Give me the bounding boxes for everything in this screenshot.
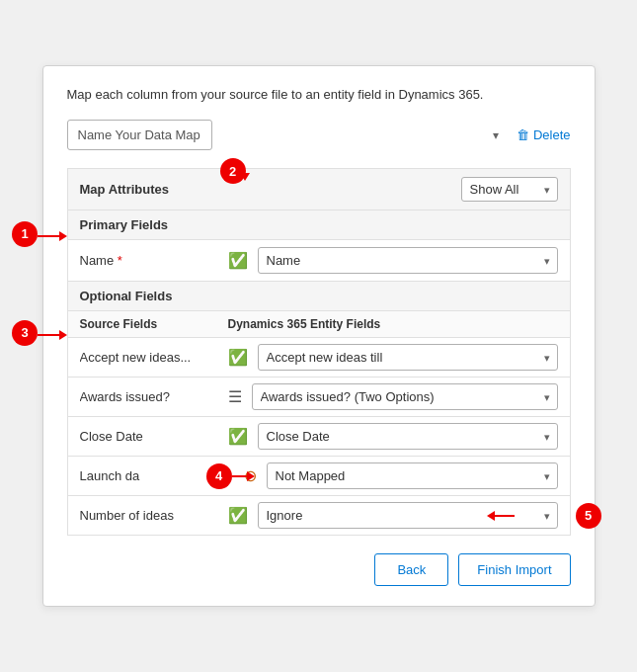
row-0-source: Accept new ideas... [80,350,218,365]
annotation-5-arrow [487,511,515,521]
name-field-label: Name * [80,253,218,268]
name-field-row: Name * ✅ Name [67,240,571,282]
annotation-4-arrow [232,471,255,481]
back-button[interactable]: Back [374,553,448,586]
annotation-3-arrow [38,330,67,340]
row-1-doc-icon: ☰ [228,387,242,406]
row-3-source: Launch da [80,468,218,483]
annotation-3: 3 [12,320,38,346]
page-description: Map each column from your source file to… [67,86,571,104]
table-row: Number of ideas ✅ Ignore 5 [67,496,571,536]
trash-icon: 🗑 [517,127,529,142]
name-field-select[interactable]: Name [258,247,558,274]
show-all-wrap: Show All Mapped Unmapped [461,177,558,202]
annotation-5: 5 [576,503,601,529]
data-map-select[interactable]: Name Your Data Map [67,120,212,150]
row-4-select-wrap: Ignore 5 [258,502,558,529]
table-row: Close Date ✅ Close Date [67,417,571,457]
map-attributes-label: Map Attributes [80,182,170,197]
row-3-select-wrap: Not Mapped [267,462,558,489]
required-star: * [118,253,122,268]
row-2-source: Close Date [80,429,218,444]
data-map-row: Name Your Data Map 🗑 Delete [67,120,571,150]
name-field-select-wrap: Name [258,247,558,274]
annotation-4: 4 [206,463,232,489]
footer-buttons: Back Finish Import [67,553,571,586]
row-4-check-icon: ✅ [228,506,248,525]
row-1-select-wrap: Awards issued? (Two Options) [252,383,558,410]
delete-label: Delete [533,127,571,142]
annotation-1: 1 [12,221,38,247]
column-headers: Source Fields Dynamics 365 Entity Fields [67,311,571,338]
row-0-select-wrap: Accept new ideas till [258,344,558,371]
table-row: Awards issued? ☰ Awards issued? (Two Opt… [67,378,571,417]
finish-import-button[interactable]: Finish Import [458,553,570,586]
show-all-select[interactable]: Show All Mapped Unmapped [461,177,558,202]
delete-button[interactable]: 🗑 Delete [517,127,571,142]
col-source-header: Source Fields [80,317,218,331]
row-0-check-icon: ✅ [228,348,248,367]
name-check-icon: ✅ [228,251,248,270]
row-2-select-wrap: Close Date [258,423,558,450]
main-card: Map each column from your source file to… [42,65,596,607]
table-row: Launch da 4 ⊙ Not Mapped [67,457,571,496]
row-2-select[interactable]: Close Date [258,423,558,450]
primary-fields-label: Primary Fields [67,210,571,240]
optional-fields-text: Optional Fields [80,289,173,303]
row-3-select[interactable]: Not Mapped [267,462,558,489]
annotation-2-arrow [240,173,250,186]
row-4-source: Number of ideas [80,508,218,523]
data-map-dropdown-wrap: Name Your Data Map [67,120,509,150]
row-1-select[interactable]: Awards issued? (Two Options) [252,383,558,410]
map-attributes-header: Map Attributes Show All Mapped Unmapped [67,168,571,210]
page-wrapper: 1 3 Map each column from your source fil… [0,45,637,627]
table-row: Accept new ideas... ✅ Accept new ideas t… [67,338,571,378]
optional-fields-label: Optional Fields [67,282,571,311]
row-0-select[interactable]: Accept new ideas till [258,344,558,371]
primary-fields-text: Primary Fields [80,217,169,232]
annotation-1-arrow [38,231,67,241]
row-2-check-icon: ✅ [228,427,248,446]
row-1-source: Awards issued? [80,389,218,404]
col-dynamics-header: Dynamics 365 Entity Fields [228,317,381,331]
